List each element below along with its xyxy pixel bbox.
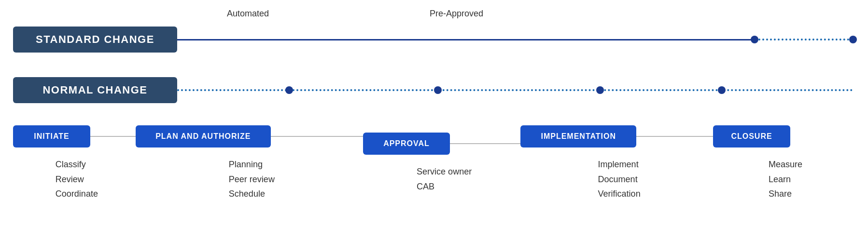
standard-dot	[751, 36, 758, 43]
approval-button: APPROVAL	[363, 133, 450, 155]
normal-dot-4	[718, 86, 726, 94]
initiate-btn-row: INITIATE	[13, 125, 136, 147]
impl-item-3: Verification	[598, 187, 641, 201]
normal-dot-3	[596, 86, 604, 94]
impl-item-2: Document	[598, 172, 641, 187]
line-after-approval	[450, 143, 520, 144]
implementation-button: IMPLEMENTATION	[520, 125, 636, 147]
stage-col-implementation: IMPLEMENTATION Implement Document Verifi…	[520, 125, 713, 201]
standard-change-label: STANDARD CHANGE	[13, 27, 177, 53]
closure-item-3: Share	[769, 187, 802, 201]
standard-dotted-line	[758, 39, 853, 40]
stage-col-closure: CLOSURE Measure Learn Share	[713, 125, 853, 201]
closure-item-2: Learn	[769, 172, 802, 187]
plan-items: Planning Peer review Schedule	[224, 157, 275, 201]
initiate-button: INITIATE	[13, 125, 90, 147]
line-after-plan	[271, 136, 363, 137]
closure-btn-row: CLOSURE	[713, 125, 853, 147]
normal-change-line	[177, 85, 853, 95]
label-preapproved: Pre-Approved	[430, 9, 483, 19]
impl-btn-row: IMPLEMENTATION	[520, 125, 713, 147]
line-after-impl	[636, 136, 713, 137]
plan-item-1: Planning	[229, 157, 275, 172]
initiate-item-3: Coordinate	[56, 187, 98, 201]
standard-change-row: STANDARD CHANGE	[13, 27, 853, 53]
standard-end-dot	[849, 36, 857, 43]
approval-btn-row: APPROVAL	[363, 133, 520, 155]
standard-solid-line	[177, 39, 756, 40]
stages-section: INITIATE Classify Review Coordinate PLAN…	[13, 125, 853, 201]
normal-dotted-line	[177, 89, 853, 91]
normal-dot-1	[285, 86, 293, 94]
impl-items: Implement Document Verification	[593, 157, 641, 201]
initiate-item-1: Classify	[56, 157, 98, 172]
closure-items: Measure Learn Share	[764, 157, 802, 201]
normal-dot-2	[434, 86, 442, 94]
initiate-items: Classify Review Coordinate	[51, 157, 98, 201]
plan-item-3: Schedule	[229, 187, 275, 201]
stage-col-plan: PLAN AND AUTHORIZE Planning Peer review …	[136, 125, 363, 201]
normal-change-row: NORMAL CHANGE	[13, 77, 853, 103]
initiate-item-2: Review	[56, 172, 98, 187]
stage-col-initiate: INITIATE Classify Review Coordinate	[13, 125, 136, 201]
standard-change-line	[177, 35, 853, 44]
closure-item-1: Measure	[769, 157, 802, 172]
approval-item-2: CAB	[417, 179, 472, 194]
label-automated: Automated	[227, 9, 269, 19]
stage-col-approval: APPROVAL Service owner CAB	[363, 133, 520, 194]
diagram: Automated Pre-Approved STANDARD CHANGE N…	[0, 0, 868, 241]
approval-item-1: Service owner	[417, 164, 472, 179]
approval-items: Service owner CAB	[412, 164, 472, 194]
plan-btn-row: PLAN AND AUTHORIZE	[136, 125, 363, 147]
plan-button: PLAN AND AUTHORIZE	[136, 125, 271, 147]
impl-item-1: Implement	[598, 157, 641, 172]
plan-item-2: Peer review	[229, 172, 275, 187]
closure-button: CLOSURE	[713, 125, 790, 147]
normal-change-label: NORMAL CHANGE	[13, 77, 177, 103]
line-after-initiate	[90, 136, 136, 137]
stages-buttons-row: INITIATE Classify Review Coordinate PLAN…	[13, 125, 853, 201]
